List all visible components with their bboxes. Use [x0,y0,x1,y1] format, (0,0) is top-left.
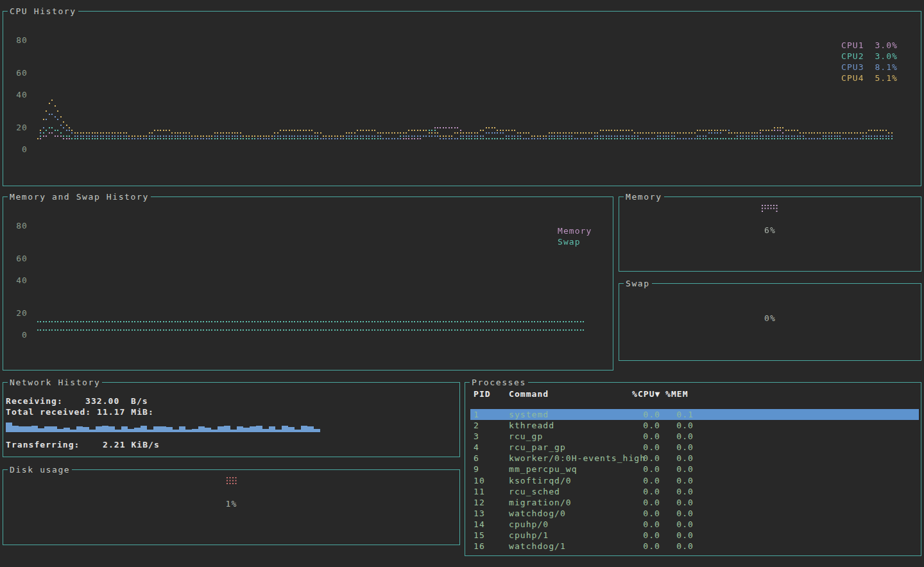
disk-gauge-dots-icon [227,477,238,486]
cpu-cell: 0.0 [632,409,660,420]
process-row[interactable]: 14cpuhp/00.00.0 [470,519,919,530]
transferring-value: 2.21 KiB/s [103,439,160,450]
swap-legend-label: Swap [558,236,581,247]
network-history-panel: Network History Receiving: 332.00 B/s To… [3,382,460,457]
column-header-pid[interactable]: PID [474,388,509,399]
pid-cell: 10 [474,475,509,486]
mem-cell: 0.0 [660,486,694,497]
process-row[interactable]: 2kthreadd0.00.0 [470,420,919,431]
cpu-cell: 0.0 [632,420,660,431]
cpu3-value: 8.1% [875,62,898,73]
command-cell: systemd [509,409,632,420]
cpu-history-panel: CPU History 80 60 40 20 0 CPU1 3.0% CPU2… [3,11,921,186]
pid-cell: 14 [474,519,509,530]
column-header-command[interactable]: Command [509,388,632,399]
network-receive-sparkline [6,419,320,432]
cpu-cell: 0.0 [632,497,660,508]
command-cell: watchdog/0 [509,508,632,519]
command-cell: rcu_par_gp [509,442,632,453]
swap-legend-row: Swap [558,236,614,247]
column-header-cpu-sorted-desc[interactable]: %CPU▼ [632,388,660,399]
command-cell: rcu_gp [509,431,632,442]
pid-cell: 1 [474,409,509,420]
cpu2-label: CPU2 [841,51,864,62]
mem-cell: 0.0 [660,530,694,541]
cpu-legend-cpu4: CPU4 5.1% [841,73,898,83]
process-row[interactable]: 9mm_percpu_wq0.00.0 [470,464,919,475]
mem-cell: 0.0 [660,442,694,453]
receiving-label: Receiving: [6,396,63,406]
cpu-legend-cpu3: CPU3 8.1% [841,62,898,73]
pid-cell: 11 [474,486,509,497]
command-cell: kthreadd [509,420,632,431]
mem-cell: 0.0 [660,475,694,486]
memory-legend-label: Memory [558,225,592,236]
command-cell: ksoftirqd/0 [509,475,632,486]
cpu3-label: CPU3 [841,62,864,73]
process-table-header: PID Command %CPU▼ %MEM [470,388,919,399]
column-gap [660,388,665,399]
memory-gauge-percent: 6% [619,225,921,236]
pid-cell: 4 [474,442,509,453]
cpu1-value: 3.0% [875,40,898,51]
mem-cell: 0.0 [660,508,694,519]
pid-cell: 12 [474,497,509,508]
cpu-cell: 0.0 [632,464,660,475]
cpu-cell: 0.0 [632,530,660,541]
cpu-cell: 0.0 [632,519,660,530]
pid-cell: 15 [474,530,509,541]
cpu-cell: 0.0 [632,508,660,519]
column-header-mem[interactable]: %MEM [665,388,704,399]
cpu-legend: CPU1 3.0% CPU2 3.0% CPU3 8.1% CPU4 5.1% [841,40,898,83]
swap-gauge-panel: Swap 0% [619,283,921,361]
cpu-usage-graph [3,12,921,186]
command-cell: migration/0 [509,497,632,508]
mem-cell: 0.0 [660,541,694,552]
swap-gauge-title: Swap [624,278,652,289]
cpu-cell: 0.0 [632,541,660,552]
cpu-cell: 0.0 [632,431,660,442]
command-cell: watchdog/1 [509,541,632,552]
cpu4-label: CPU4 [841,73,864,83]
process-row[interactable]: 15cpuhp/10.00.0 [470,530,919,541]
memory-legend-row: Memory [558,225,614,236]
processes-panel: Processes PID Command %CPU▼ %MEM 1system… [465,382,921,556]
memory-gauge-title: Memory [624,191,664,202]
memswap-legend: Memory Swap [558,225,614,247]
network-history-title: Network History [8,377,102,388]
process-row[interactable]: 11rcu_sched0.00.0 [470,486,919,497]
disk-usage-panel: Disk usage 1% [3,469,460,545]
cpu1-label: CPU1 [841,40,864,51]
process-row[interactable]: 12migration/00.00.0 [470,497,919,508]
process-row[interactable]: 13watchdog/00.00.0 [470,508,919,519]
command-cell: cpuhp/1 [509,530,632,541]
mem-cell: 0.0 [660,497,694,508]
memory-gauge-dots-icon [762,205,778,214]
mem-cell: 0.0 [660,464,694,475]
process-row[interactable]: 10ksoftirqd/00.00.0 [470,475,919,486]
swap-gauge-percent: 0% [619,313,921,324]
process-row[interactable]: 4rcu_par_gp0.00.0 [470,442,919,453]
mem-cell: 0.0 [660,420,694,431]
process-row[interactable]: 3rcu_gp0.00.0 [470,431,919,442]
process-row[interactable]: 16watchdog/10.00.0 [470,541,919,552]
cpu-cell: 0.0 [632,486,660,497]
memory-swap-graph [3,197,613,370]
mem-cell: 0.0 [660,453,694,464]
command-cell: rcu_sched [509,486,632,497]
cpu-cell: 0.0 [632,442,660,453]
processes-title: Processes [470,377,528,388]
command-cell: cpuhp/0 [509,519,632,530]
command-cell: kworker/0:0H-events_high [509,453,632,464]
process-table-body: 1systemd0.00.12kthreadd0.00.03rcu_gp0.00… [470,409,919,552]
process-row[interactable]: 6kworker/0:0H-events_high0.00.0 [470,453,919,464]
process-row-selected[interactable]: 1systemd0.00.1 [470,409,919,420]
total-received-line: Total received: 11.17 MiB: [6,406,154,417]
cpu-cell: 0.0 [632,453,660,464]
memory-gauge-panel: Memory 6% [619,196,921,272]
disk-usage-percent: 1% [3,498,459,509]
receiving-value: 332.00 B/s [85,396,148,406]
cpu-legend-cpu1: CPU1 3.0% [841,40,898,51]
memory-swap-history-panel: Memory and Swap History 80 60 40 20 0 Me… [3,196,613,371]
pid-cell: 16 [474,541,509,552]
